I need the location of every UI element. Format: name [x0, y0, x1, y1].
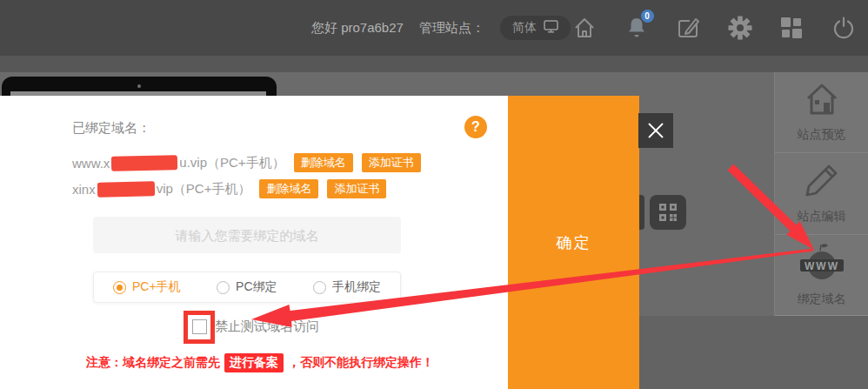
- notification-badge: 0: [641, 10, 654, 23]
- power-icon[interactable]: [830, 13, 858, 43]
- redaction-scribble: [111, 155, 177, 171]
- domain-text-prefix: xinx: [72, 182, 96, 197]
- domain-text-suffix: u.vip（PC+手机）: [179, 155, 284, 171]
- domain-text-suffix: vip（PC+手机）: [157, 181, 251, 198]
- redaction-scribble: [97, 181, 155, 197]
- domain-input[interactable]: [93, 217, 401, 253]
- www-globe-icon: WWW: [799, 243, 845, 285]
- sidebar-item-site-preview[interactable]: 站点预览: [775, 72, 868, 153]
- bind-mode-radio-group: PC+手机 PC绑定 手机绑定: [93, 272, 401, 303]
- bound-domain-row: xinxvip（PC+手机） 删除域名 添加证书: [72, 179, 386, 198]
- forbid-test-domain-label: 禁止测试域名访问: [215, 319, 319, 335]
- www-icon-text: WWW: [805, 259, 839, 272]
- header-icon-strip: 0: [571, 0, 858, 56]
- pencil-icon: [804, 162, 840, 202]
- laptop-camera-dot: [137, 84, 141, 88]
- sidebar-item-bind-domain[interactable]: WWW 绑定域名: [775, 235, 868, 316]
- help-icon[interactable]: ?: [464, 116, 487, 138]
- note-suffix: ，否则不能执行绑定操作！: [288, 355, 434, 369]
- manage-site-label: 管理站点：: [419, 20, 484, 37]
- radio-circle: [113, 281, 126, 294]
- confirm-button[interactable]: 确定: [508, 96, 639, 389]
- radio-mobile-only[interactable]: 手机绑定: [313, 279, 381, 295]
- radio-label: 手机绑定: [332, 279, 381, 295]
- home-icon[interactable]: [571, 13, 598, 43]
- domain-text-prefix: www.x: [72, 156, 110, 171]
- monitor-icon: [544, 20, 558, 36]
- sidebar-item-label: 站点编辑: [798, 209, 846, 225]
- bound-domain-row: www.xu.vip（PC+手机） 删除域名 添加证书: [72, 153, 421, 172]
- radio-circle: [313, 281, 326, 294]
- sidebar-item-label: 绑定域名: [798, 292, 846, 307]
- sidebar-item-site-edit[interactable]: 站点编辑: [775, 153, 868, 234]
- bound-domains-label: 已绑定域名：: [72, 120, 150, 137]
- home-icon: [803, 82, 841, 120]
- add-certificate-button[interactable]: 添加证书: [327, 179, 386, 198]
- close-icon[interactable]: [638, 113, 673, 148]
- icp-note: 注意：域名绑定之前需先进行备案，否则不能执行绑定操作！: [86, 353, 434, 372]
- greeting-text: 您好 pro7a6b27: [311, 20, 404, 37]
- site-action-sidebar: 站点预览 站点编辑 WWW 绑定域名: [774, 72, 868, 316]
- delete-domain-button[interactable]: 删除域名: [259, 179, 318, 198]
- delete-domain-button[interactable]: 删除域名: [294, 153, 353, 172]
- sidebar-item-label: 站点预览: [798, 127, 846, 143]
- grid-apps-icon[interactable]: [778, 13, 805, 43]
- gear-icon[interactable]: [726, 13, 754, 43]
- header-account-area: 您好 pro7a6b27 管理站点： 简体: [311, 0, 571, 56]
- radio-circle: [217, 281, 230, 294]
- language-toggle-button[interactable]: 简体: [500, 16, 571, 40]
- edit-icon[interactable]: [674, 13, 702, 43]
- radio-pc-and-mobile[interactable]: PC+手机: [113, 279, 181, 295]
- bell-icon[interactable]: 0: [623, 13, 651, 43]
- language-label: 简体: [512, 20, 537, 36]
- screen: 您好 pro7a6b27 管理站点： 简体 0: [0, 0, 868, 389]
- note-prefix: 注意：域名绑定之前需先: [86, 355, 220, 369]
- radio-label: PC绑定: [236, 279, 277, 295]
- radio-label: PC+手机: [132, 279, 181, 295]
- bind-domain-modal: ? 已绑定域名： www.xu.vip（PC+手机） 删除域名 添加证书 xin…: [0, 96, 508, 389]
- qr-code-icon[interactable]: [650, 195, 686, 230]
- header-sub-strip: [0, 56, 868, 72]
- confirm-button-label: 确定: [557, 232, 591, 253]
- checkbox-red-highlight-box: [184, 311, 215, 344]
- add-certificate-button[interactable]: 添加证书: [362, 153, 421, 172]
- icp-filing-link[interactable]: 进行备案: [224, 353, 284, 372]
- radio-pc-only[interactable]: PC绑定: [217, 279, 277, 295]
